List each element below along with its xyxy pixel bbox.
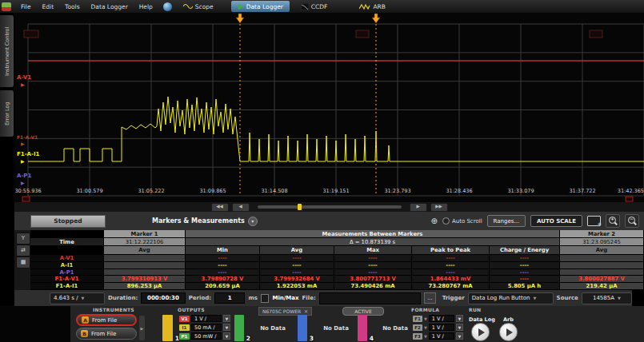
trigger-select[interactable]: Data Log Run Button ▼ — [468, 292, 554, 304]
outputs-header: OUTPUTS — [178, 307, 205, 312]
sidebar-tab-instrument-control[interactable]: Instrument Control — [0, 15, 14, 87]
chevron-down-icon[interactable]: ▼ — [456, 315, 463, 322]
zoom-in-button[interactable]: + — [606, 214, 620, 228]
chevron-down-icon[interactable]: ▼ — [223, 332, 230, 340]
x-axis-tick-label: 31:09.865 — [199, 188, 226, 194]
scroll-right-button[interactable]: ▶ — [410, 203, 427, 212]
trace-ref-arrow[interactable]: ▶ — [21, 181, 25, 185]
x-axis-tick-label: 31:05.222 — [138, 188, 164, 194]
i1-scale-select[interactable]: 50 mA / — [191, 324, 222, 331]
menu-tools[interactable]: Tools — [59, 3, 85, 10]
chevron-down-icon[interactable]: ▼ — [456, 324, 463, 331]
menu-data-logger[interactable]: Data Logger — [86, 3, 134, 10]
chart-plot-area[interactable]: A-V1 ▶ F1-A-V1 ▶ F1-A-I1 ▶ A-P1 ▶ 30:55.… — [14, 13, 644, 202]
auto-scroll-toggle[interactable]: Auto Scroll — [442, 217, 482, 225]
timebase-select[interactable]: 4.643 s / ▼ — [50, 292, 105, 304]
scroll-far-right-button[interactable]: ▶▶ — [430, 203, 448, 212]
x-axis-tick-label: 31:37.722 — [569, 188, 595, 194]
chevron-down-icon[interactable]: ▼ — [424, 325, 427, 330]
marker-target-icon[interactable]: ⊕ — [431, 217, 438, 225]
tab-scope[interactable]: Scope — [177, 1, 220, 12]
f1-scale-select[interactable]: 1 V / — [429, 315, 454, 322]
arb-run-button[interactable] — [499, 323, 518, 341]
instrument-a-icon: A — [82, 316, 89, 324]
channel4-bar: 4 — [358, 315, 367, 341]
f2-scale-select[interactable]: 1 V / — [429, 324, 454, 331]
markers-dropdown-button[interactable]: ▾ — [248, 217, 258, 226]
channel1-rows: V1 1 V / ▼ I1 50 mA / ▼ P1 50 mW / ▼ — [179, 315, 230, 340]
menu-bar: File Edit Tools Data Logger Help Scope D… — [0, 0, 644, 13]
scroll-far-left-button[interactable]: ◀◀ — [211, 203, 229, 212]
cell-min: ---- — [186, 262, 260, 269]
duration-value[interactable]: 000:00:30 — [141, 292, 185, 304]
period-input[interactable]: 1 — [214, 292, 245, 304]
browse-button[interactable]: ... — [424, 292, 435, 304]
auto-scale-button[interactable]: AUTO SCALE — [530, 215, 582, 227]
range-indicator-box — [24, 30, 38, 38]
f2-chip[interactable]: F2 — [413, 324, 422, 331]
menu-file[interactable]: File — [15, 3, 37, 10]
row-label: A-P1 — [30, 269, 104, 276]
trace-label-a-v1[interactable]: A-V1 — [17, 75, 31, 81]
grid-view-button[interactable]: ▦ — [16, 256, 30, 268]
marker1-flag-icon[interactable] — [236, 14, 244, 23]
datalog-settings-bar: 4.643 s / ▼ Duration: 000:00:30 Period: … — [14, 290, 632, 306]
menu-edit[interactable]: Edit — [37, 3, 60, 10]
f1-chip[interactable]: F1 — [413, 316, 422, 322]
panel-left-spacer — [0, 306, 70, 342]
close-icon[interactable]: ✕ — [304, 308, 308, 314]
chevron-down-icon[interactable]: ▼ — [223, 315, 230, 322]
trace-ref-arrow[interactable]: ▶ — [21, 159, 25, 164]
play-icon — [478, 328, 485, 336]
sidebar-tab-error-log[interactable]: Error Log — [0, 90, 14, 137]
tab-data-logger[interactable]: Data Logger — [231, 1, 290, 12]
instrument-b-button[interactable]: B From File — [76, 328, 137, 340]
ranges-button[interactable]: Ranges... — [487, 215, 526, 227]
f3-chip[interactable]: F3 — [413, 333, 422, 340]
tab-arb[interactable]: ARB — [353, 1, 392, 12]
instrument-b-label: From File — [91, 331, 116, 337]
menu-help[interactable]: Help — [134, 3, 158, 10]
markers-tool-button[interactable]: Y — [16, 233, 30, 245]
p1-chip: P1 — [179, 333, 190, 340]
fit-to-screen-icon[interactable] — [587, 216, 601, 226]
chevron-down-icon[interactable]: ▼ — [456, 332, 463, 340]
p1-scale-select[interactable]: 50 mW / — [191, 332, 222, 340]
scroll-thumb[interactable] — [298, 204, 302, 210]
trace-label-f1-a-i1[interactable]: F1-A-I1 — [17, 152, 39, 157]
cell-peak-to-peak: 1.864433 mV — [412, 276, 490, 283]
cell-peak-to-peak: ---- — [412, 255, 490, 262]
chevron-down-icon: ▼ — [82, 296, 85, 300]
x-axis-tick-label: 31:28.436 — [446, 188, 472, 194]
trace-ref-arrow[interactable]: ▶ — [21, 82, 25, 87]
trace-label-a-p1[interactable]: A-P1 — [17, 173, 31, 179]
between-markers-tool-button[interactable]: ⇄ — [16, 245, 30, 256]
marker2-flag-icon[interactable] — [372, 14, 380, 23]
time-column-header: Time — [30, 238, 104, 246]
instrument-expander-button[interactable]: ▶ — [139, 316, 145, 340]
chevron-down-icon[interactable]: ▼ — [424, 316, 427, 321]
f3-scale-select[interactable]: 1 V / — [429, 332, 454, 340]
data-log-run-label: Data Log — [469, 316, 495, 323]
source-select[interactable]: 14585A ▼ — [582, 292, 632, 304]
cell-max: 3.800771713 V — [334, 276, 412, 283]
cell-peak-to-peak: 73.280767 mA — [412, 283, 490, 290]
trace-label-f1-a-v1[interactable]: F1-A-V1 — [17, 135, 38, 140]
zoom-out-button[interactable]: − — [625, 214, 639, 228]
chevron-down-icon[interactable]: ▼ — [223, 324, 230, 331]
v1-scale-select[interactable]: 1 V / — [191, 315, 222, 322]
data-log-run-button[interactable] — [471, 323, 490, 341]
x-axis-tick-label: 31:33.079 — [507, 188, 534, 194]
tab-ccdf[interactable]: CCDF — [294, 1, 334, 12]
trace-ref-arrow[interactable]: ▶ — [21, 141, 25, 146]
minmax-checkbox[interactable] — [261, 294, 270, 303]
cell-avg: 1.922053 mA — [260, 283, 334, 290]
scroll-left-button[interactable]: ◀ — [232, 203, 250, 212]
chart-toolbar: Stopped Markers & Measurements ▾ ⊕ Auto … — [14, 212, 644, 230]
chart-grid — [28, 24, 644, 196]
instrument-a-button[interactable]: A From File — [76, 314, 137, 326]
chevron-down-icon[interactable]: ▼ — [424, 334, 427, 339]
instrument-status-icon[interactable] — [163, 2, 172, 11]
file-input[interactable] — [319, 292, 422, 304]
scroll-track[interactable] — [258, 205, 402, 209]
